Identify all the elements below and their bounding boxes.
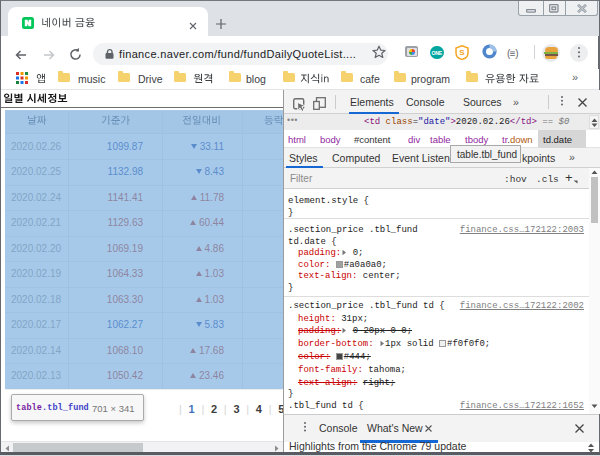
- svg-text:S: S: [459, 48, 465, 57]
